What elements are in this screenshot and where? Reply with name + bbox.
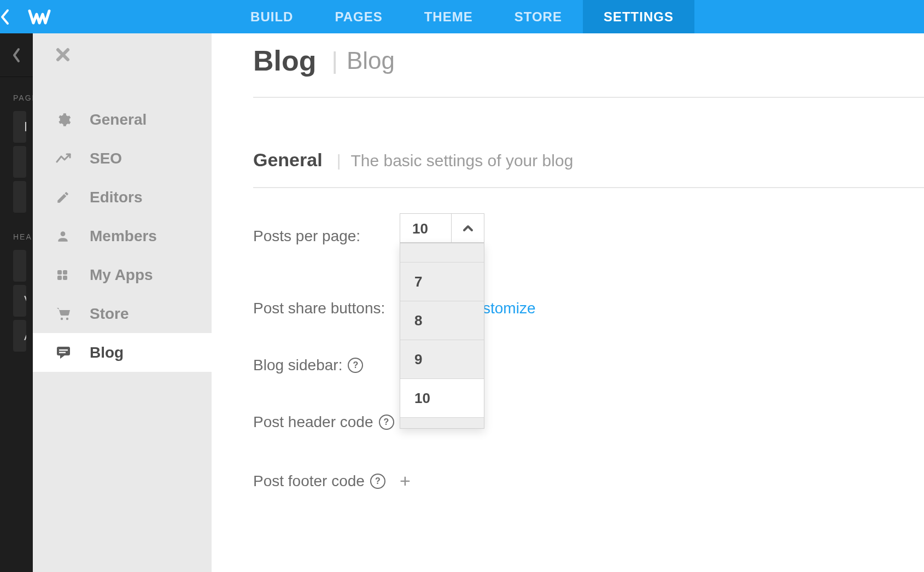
- help-icon[interactable]: ?: [379, 415, 394, 430]
- chat-icon: [56, 346, 80, 360]
- sidebar-item-label: General: [90, 111, 147, 129]
- select-current-value: 10: [400, 214, 451, 242]
- sidebar-header-item[interactable]: A: [13, 320, 26, 352]
- customize-link[interactable]: stomize: [483, 300, 535, 317]
- person-icon: [56, 229, 80, 243]
- svg-rect-9: [59, 349, 68, 351]
- posts-per-page-select[interactable]: 10: [400, 213, 484, 243]
- apps-icon: [56, 269, 80, 282]
- sidebar-item-label: Editors: [90, 189, 142, 206]
- sidebar-item-store[interactable]: Store: [33, 294, 212, 333]
- main-content: Blog | Blog General | The basic settings…: [212, 33, 924, 572]
- section-title: General: [253, 149, 323, 171]
- trend-icon: [56, 153, 80, 164]
- sidebar-header-item[interactable]: V: [13, 285, 26, 317]
- svg-point-6: [66, 317, 68, 319]
- posts-per-page-dropdown: 7 8 9 10: [400, 243, 484, 429]
- back-icon[interactable]: [0, 9, 22, 25]
- sidebar-item-label: My Apps: [90, 266, 153, 284]
- settings-sidebar: General SEO Editors Members My Apps: [33, 33, 212, 572]
- svg-point-5: [61, 317, 63, 319]
- dropdown-option-peek[interactable]: [400, 243, 484, 262]
- svg-rect-1: [57, 270, 62, 275]
- field-label-posts-per-page: Posts per page:: [253, 227, 400, 245]
- tab-theme[interactable]: THEME: [403, 0, 494, 33]
- editor-sidebar: PAGE BL HEA V A: [0, 33, 33, 572]
- field-label-blog-sidebar: Blog sidebar:: [253, 357, 342, 374]
- gear-icon: [56, 112, 80, 127]
- svg-rect-10: [59, 352, 66, 353]
- dropdown-option[interactable]: 7: [400, 262, 484, 301]
- help-icon[interactable]: ?: [348, 358, 363, 373]
- help-icon[interactable]: ?: [370, 474, 385, 489]
- sidebar-item-editors[interactable]: Editors: [33, 178, 212, 217]
- sidebar-section-header: HEA: [0, 216, 33, 247]
- sidebar-page-item[interactable]: BL: [13, 111, 26, 143]
- title-separator: |: [332, 47, 338, 74]
- cart-icon: [56, 307, 80, 321]
- divider: [253, 97, 924, 98]
- sidebar-item-label: Blog: [90, 344, 124, 361]
- section-separator: |: [337, 151, 341, 170]
- sidebar-item-members[interactable]: Members: [33, 217, 212, 255]
- svg-rect-3: [57, 276, 62, 280]
- sidebar-page-item[interactable]: [13, 181, 26, 213]
- svg-rect-7: [57, 347, 70, 355]
- plus-icon[interactable]: +: [400, 470, 411, 492]
- svg-rect-2: [63, 270, 67, 275]
- sidebar-item-general[interactable]: General: [33, 100, 212, 139]
- tab-pages[interactable]: PAGES: [314, 0, 403, 33]
- pencil-icon: [56, 190, 80, 205]
- field-label-footer-code: Post footer code: [253, 472, 365, 490]
- sidebar-section-pages: PAGE: [0, 77, 33, 108]
- sidebar-item-label: Members: [90, 227, 157, 245]
- sidebar-page-item[interactable]: [13, 146, 26, 178]
- page-title: Blog: [253, 44, 317, 77]
- sidebar-header-item[interactable]: [13, 250, 26, 282]
- section-description: The basic settings of your blog: [350, 151, 573, 170]
- sidebar-item-label: SEO: [90, 150, 122, 167]
- tab-store[interactable]: STORE: [494, 0, 583, 33]
- divider: [253, 187, 924, 188]
- dropdown-option[interactable]: 9: [400, 340, 484, 378]
- sidebar-item-myapps[interactable]: My Apps: [33, 255, 212, 294]
- weebly-logo-icon[interactable]: [27, 8, 51, 26]
- tab-build[interactable]: BUILD: [230, 0, 314, 33]
- top-navbar: BUILD PAGES THEME STORE SETTINGS: [0, 0, 924, 33]
- sidebar-back-icon[interactable]: [0, 33, 33, 77]
- svg-point-0: [61, 231, 66, 236]
- svg-marker-8: [60, 355, 65, 359]
- dropdown-option[interactable]: 8: [400, 301, 484, 340]
- dropdown-option-peek[interactable]: [400, 417, 484, 428]
- dropdown-option-selected[interactable]: 10: [400, 378, 484, 417]
- top-tabs: BUILD PAGES THEME STORE SETTINGS: [230, 0, 694, 33]
- close-icon[interactable]: [33, 33, 212, 67]
- page-subtitle: Blog: [347, 47, 395, 74]
- sidebar-item-seo[interactable]: SEO: [33, 139, 212, 178]
- tab-settings[interactable]: SETTINGS: [583, 0, 694, 33]
- sidebar-item-blog[interactable]: Blog: [33, 333, 212, 372]
- field-label-header-code: Post header code: [253, 413, 373, 431]
- svg-rect-4: [63, 276, 67, 280]
- chevron-up-icon[interactable]: [451, 214, 484, 242]
- sidebar-item-label: Store: [90, 305, 129, 323]
